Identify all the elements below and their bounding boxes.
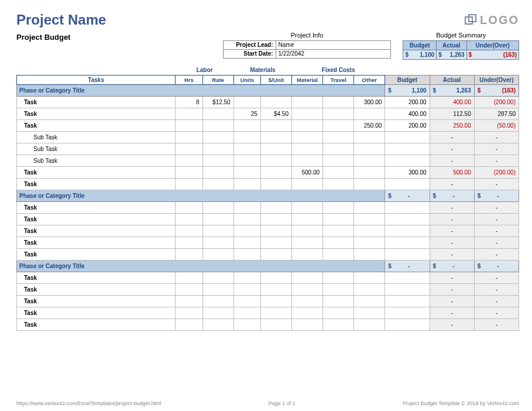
phase-title: Phase or Category Title bbox=[17, 190, 385, 201]
cell-rate bbox=[202, 108, 234, 119]
project-info-heading: Project Info bbox=[223, 32, 392, 39]
col-rate: Rate bbox=[202, 75, 234, 84]
cell-under: - bbox=[474, 318, 519, 330]
budget-summary: Budget Summary Budget Actual Under(Over)… bbox=[403, 32, 519, 60]
cell-material bbox=[291, 178, 322, 190]
cell-actual: 250.00 bbox=[430, 119, 474, 131]
cell-hrs bbox=[176, 143, 202, 155]
task-name: Task bbox=[17, 248, 176, 260]
cell-budget bbox=[385, 283, 430, 295]
cell-units bbox=[234, 295, 260, 307]
cell-punit bbox=[260, 178, 291, 190]
cell-actual: - bbox=[430, 155, 474, 166]
cell-material bbox=[291, 272, 322, 283]
cell-under: - bbox=[474, 131, 519, 143]
cell-budget bbox=[385, 318, 430, 330]
phase-actual: $- bbox=[430, 190, 474, 201]
cell-material bbox=[291, 283, 322, 295]
phase-budget: $1,100 bbox=[385, 84, 430, 96]
cell-rate: $12.50 bbox=[202, 96, 234, 108]
cell-rate bbox=[202, 225, 234, 237]
cell-other bbox=[354, 225, 385, 237]
cell-punit bbox=[260, 318, 291, 330]
cell-units bbox=[234, 237, 260, 248]
cell-other bbox=[354, 131, 385, 143]
cell-under: - bbox=[474, 272, 519, 283]
cell-budget bbox=[385, 295, 430, 307]
cell-hrs bbox=[176, 283, 202, 295]
cell-travel bbox=[323, 248, 354, 260]
project-lead-row: Project Lead: Name bbox=[223, 40, 392, 50]
cell-budget: 400.00 bbox=[385, 108, 430, 119]
cell-units bbox=[234, 307, 260, 318]
cell-hrs bbox=[176, 201, 202, 213]
cell-actual: - bbox=[430, 143, 474, 155]
cell-material bbox=[291, 307, 322, 318]
task-name: Task bbox=[17, 283, 176, 295]
cell-punit bbox=[260, 272, 291, 283]
cell-material bbox=[291, 108, 322, 119]
cell-hrs bbox=[176, 131, 202, 143]
phase-under: $- bbox=[474, 190, 519, 201]
footer: https://www.vertex42.com/ExcelTemplates/… bbox=[16, 400, 519, 406]
task-row: Task250.00200.00250.00(50.00) bbox=[17, 119, 519, 131]
col-punit: $/Unit bbox=[260, 75, 291, 84]
task-row: Task-- bbox=[17, 201, 519, 213]
phase-row: Phase or Category Title$-$-$- bbox=[17, 190, 519, 201]
summary-col-under: Under(Over) bbox=[466, 41, 519, 50]
cell-travel bbox=[323, 155, 354, 166]
logo-icon bbox=[465, 14, 476, 26]
summary-actual: $1,263 bbox=[437, 50, 466, 60]
cell-actual: 500.00 bbox=[430, 166, 474, 178]
cell-rate bbox=[202, 318, 234, 330]
cell-punit bbox=[260, 131, 291, 143]
cell-actual: 112.50 bbox=[430, 108, 474, 119]
summary-col-actual: Actual bbox=[437, 41, 466, 50]
task-name: Task bbox=[17, 237, 176, 248]
task-name: Task bbox=[17, 166, 176, 178]
cell-hrs bbox=[176, 225, 202, 237]
cell-budget bbox=[385, 213, 430, 225]
cell-other: 300.00 bbox=[354, 96, 385, 108]
phase-row: Phase or Category Title$-$-$- bbox=[17, 260, 519, 272]
project-info: Project Info Project Lead: Name Start Da… bbox=[223, 32, 392, 60]
cell-hrs bbox=[176, 166, 202, 178]
cell-hrs bbox=[176, 248, 202, 260]
cell-rate bbox=[202, 283, 234, 295]
cell-travel bbox=[323, 225, 354, 237]
cell-other bbox=[354, 155, 385, 166]
phase-actual: $1,263 bbox=[430, 84, 474, 96]
start-date-label: Start Date: bbox=[224, 50, 276, 58]
cell-hrs bbox=[176, 213, 202, 225]
subtask-name: Sub Task bbox=[17, 131, 176, 143]
task-row: Task25$4.50400.00112.50287.50 bbox=[17, 108, 519, 119]
cell-actual: - bbox=[430, 178, 474, 190]
cell-punit: $4.50 bbox=[260, 108, 291, 119]
cell-other bbox=[354, 201, 385, 213]
cell-under: - bbox=[474, 295, 519, 307]
cell-material bbox=[291, 318, 322, 330]
cell-units bbox=[234, 283, 260, 295]
cell-travel bbox=[323, 108, 354, 119]
cell-punit bbox=[260, 307, 291, 318]
cell-budget: 200.00 bbox=[385, 119, 430, 131]
task-row: Sub Task-- bbox=[17, 143, 519, 155]
cell-budget bbox=[385, 237, 430, 248]
cell-under: - bbox=[474, 237, 519, 248]
phase-under: $- bbox=[474, 260, 519, 272]
cell-actual: - bbox=[430, 213, 474, 225]
task-row: Sub Task-- bbox=[17, 131, 519, 143]
cell-units bbox=[234, 155, 260, 166]
cell-hrs bbox=[176, 307, 202, 318]
cell-material bbox=[291, 143, 322, 155]
col-budget: Budget bbox=[385, 75, 430, 84]
cell-units bbox=[234, 318, 260, 330]
task-row: Task-- bbox=[17, 225, 519, 237]
cell-rate bbox=[202, 307, 234, 318]
cell-units bbox=[234, 178, 260, 190]
task-name: Task bbox=[17, 225, 176, 237]
cell-units bbox=[234, 166, 260, 178]
cell-actual: - bbox=[430, 283, 474, 295]
cell-punit bbox=[260, 237, 291, 248]
cell-rate bbox=[202, 143, 234, 155]
